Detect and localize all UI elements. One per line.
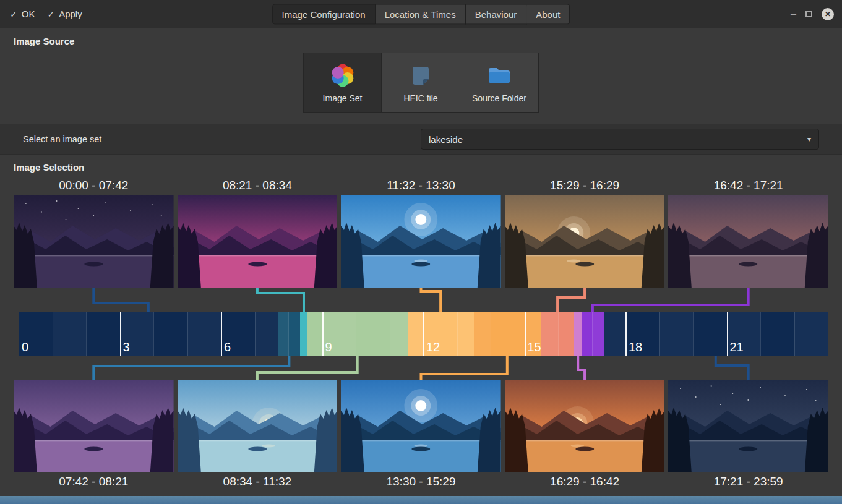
ok-button[interactable]: ✓ OK xyxy=(10,9,35,19)
timeline-connector-line xyxy=(578,356,585,380)
hour-tick xyxy=(525,312,526,356)
wallpaper-thumbnail[interactable] xyxy=(341,195,501,288)
hour-label: 9 xyxy=(325,340,332,354)
source-option-image-set[interactable]: Image Set xyxy=(303,53,382,113)
hour-tick xyxy=(390,312,390,356)
tab-about[interactable]: About xyxy=(526,4,570,24)
thumbnail-cell: 00:00 - 07:42 xyxy=(14,176,174,288)
close-button[interactable]: ✕ xyxy=(822,8,834,20)
timeline: 036912151821 xyxy=(19,312,828,356)
hour-label: 3 xyxy=(123,340,130,354)
image-selection-area: 00:00 - 07:4208:21 - 08:3411:32 - 13:301… xyxy=(0,176,842,491)
hour-tick xyxy=(221,312,222,356)
thumbnail-cell: 16:42 - 17:21 xyxy=(668,176,828,288)
wallpaper-thumbnail[interactable] xyxy=(341,380,501,472)
hour-tick xyxy=(423,312,424,356)
tab-location-times[interactable]: Location & Times xyxy=(376,4,466,24)
image-set-dropdown-value: lakeside xyxy=(429,134,463,145)
hour-tick xyxy=(491,312,491,356)
top-thumbnail-row: 00:00 - 07:4208:21 - 08:3411:32 - 13:301… xyxy=(0,176,842,288)
hour-tick xyxy=(558,312,559,356)
maximize-button[interactable] xyxy=(805,11,812,17)
time-range-label: 08:21 - 08:34 xyxy=(178,176,338,195)
time-range-label: 16:42 - 17:21 xyxy=(668,176,828,195)
hour-label: 15 xyxy=(528,340,541,354)
titlebar: ✓ OK ✓ Apply Image ConfigurationLocation… xyxy=(0,0,842,28)
hour-tick xyxy=(322,312,324,356)
timeline-connector-line xyxy=(257,288,304,312)
image-source-section-title: Image Source xyxy=(0,36,842,46)
source-option-source-folder[interactable]: Source Folder xyxy=(460,53,539,113)
hour-tick xyxy=(760,312,761,356)
titlebar-actions: ✓ OK ✓ Apply xyxy=(0,9,82,19)
tab-image-configuration[interactable]: Image Configuration xyxy=(272,4,376,24)
time-range-label: 16:29 - 16:42 xyxy=(505,472,665,491)
wallpaper-thumbnail[interactable] xyxy=(668,195,828,288)
main-content: Image Source Image SetHEIC fileSource Fo… xyxy=(0,36,842,491)
timeline-segment xyxy=(574,312,582,356)
hour-tick xyxy=(727,312,728,356)
apply-button-label: Apply xyxy=(59,9,82,19)
wallpaper-thumbnail[interactable] xyxy=(14,195,174,288)
hour-tick xyxy=(457,312,458,356)
hour-tick xyxy=(288,312,289,356)
hour-tick xyxy=(625,312,627,356)
timeline-connector-line xyxy=(421,356,507,380)
hour-shade xyxy=(794,312,828,356)
wallpaper-thumbnail[interactable] xyxy=(668,380,828,472)
timeline-connector-line xyxy=(557,288,585,312)
chevron-down-icon: ▾ xyxy=(807,135,811,143)
time-range-label: 08:34 - 11:32 xyxy=(178,472,338,491)
hour-label: 18 xyxy=(629,340,642,354)
hour-tick xyxy=(592,312,593,356)
hour-shade xyxy=(457,312,491,356)
heic-file-icon xyxy=(407,62,434,89)
time-range-label: 13:30 - 15:29 xyxy=(341,472,501,491)
check-icon: ✓ xyxy=(47,9,54,19)
hour-shade xyxy=(592,312,626,356)
hour-tick xyxy=(693,312,694,356)
thumbnail-cell: 15:29 - 16:29 xyxy=(505,176,665,288)
hour-tick xyxy=(356,312,356,356)
wallpaper-thumbnail[interactable] xyxy=(505,380,665,472)
source-folder-icon xyxy=(486,62,513,89)
image-source-options: Image SetHEIC fileSource Folder xyxy=(0,53,842,113)
select-image-set-label: Select an image set xyxy=(23,134,101,144)
window-controls: – ✕ xyxy=(791,8,842,20)
hour-tick xyxy=(255,312,256,356)
hour-tick xyxy=(794,312,795,356)
thumbnail-cell: 08:34 - 11:32 xyxy=(178,380,338,491)
timeline-connector-line xyxy=(716,356,749,380)
wallpaper-thumbnail[interactable] xyxy=(178,195,338,288)
wallpaper-thumbnail[interactable] xyxy=(178,380,338,472)
thumbnail-cell: 17:21 - 23:59 xyxy=(668,380,828,491)
hour-label: 6 xyxy=(224,340,231,354)
hour-tick xyxy=(153,312,154,356)
hour-label: 21 xyxy=(730,340,744,354)
image-set-dropdown[interactable]: lakeside ▾ xyxy=(421,129,819,150)
thumbnail-cell: 16:29 - 16:42 xyxy=(505,380,665,491)
time-range-label: 00:00 - 07:42 xyxy=(14,176,174,195)
source-option-label: Image Set xyxy=(323,93,363,103)
thumbnail-cell: 13:30 - 15:29 xyxy=(341,380,501,491)
ok-button-label: OK xyxy=(22,9,35,19)
hour-shade xyxy=(390,312,424,356)
source-option-heic-file[interactable]: HEIC file xyxy=(382,53,460,113)
timeline-connector-line xyxy=(593,288,749,312)
thumbnail-cell: 08:21 - 08:34 xyxy=(178,176,338,288)
timeline-connector-line xyxy=(257,356,358,380)
hour-tick xyxy=(659,312,660,356)
apply-button[interactable]: ✓ Apply xyxy=(47,9,82,19)
source-option-label: Source Folder xyxy=(472,93,526,103)
hour-label: 12 xyxy=(426,340,440,354)
wallpaper-thumbnail[interactable] xyxy=(505,195,665,288)
wallpaper-thumbnail[interactable] xyxy=(14,380,174,472)
app-window: ✓ OK ✓ Apply Image ConfigurationLocation… xyxy=(0,0,842,491)
timeline-segment xyxy=(300,312,307,356)
minimize-button[interactable]: – xyxy=(791,11,796,17)
timeline-connector-line xyxy=(93,288,148,312)
bottom-thumbnail-row: 07:42 - 08:2108:34 - 11:3213:30 - 15:291… xyxy=(0,380,842,491)
time-range-label: 07:42 - 08:21 xyxy=(14,472,174,491)
tab-behaviour[interactable]: Behaviour xyxy=(466,4,527,24)
check-icon: ✓ xyxy=(10,9,17,19)
